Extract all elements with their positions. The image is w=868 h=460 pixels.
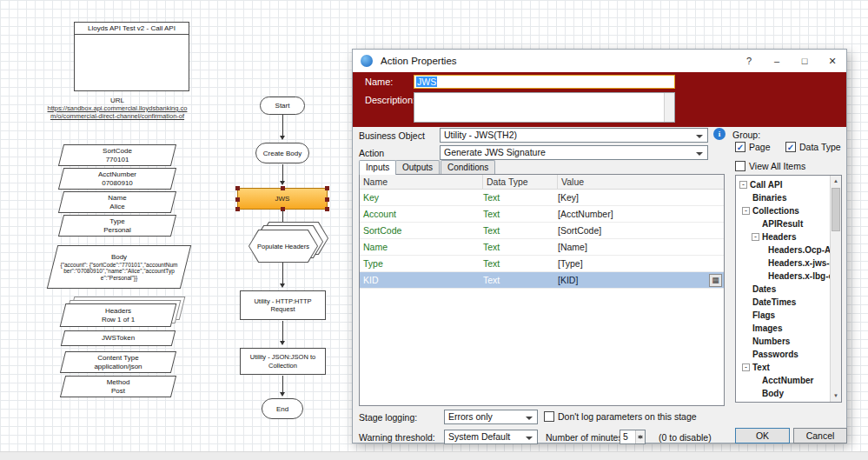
cancel-button[interactable]: Cancel (793, 428, 847, 443)
tree-item[interactable]: Body (736, 387, 841, 400)
data-item-title: Content Type (97, 354, 138, 363)
info-icon[interactable]: i (713, 128, 726, 140)
minutes-value: 5 (623, 431, 628, 442)
canvas-horizontal-scrollbar[interactable] (0, 451, 868, 460)
process-info-box[interactable]: Lloyds API Test v2 - Call API (74, 22, 189, 91)
action-dropdown[interactable]: Generate JWS Signature (440, 145, 708, 160)
data-item-url[interactable]: URL https://sandbox.api.commercial.lloyd… (35, 97, 200, 121)
dont-log-checkbox[interactable]: Don't log parameters on this stage (544, 411, 697, 422)
stage-json-to-collection[interactable]: Utility - JSON:JSON to Collection (240, 348, 326, 375)
column-header-name[interactable]: Name (360, 175, 483, 189)
connector-arrow[interactable] (282, 321, 283, 343)
scrollbar-thumb[interactable] (832, 188, 840, 231)
connector-arrow[interactable] (282, 376, 283, 395)
data-item-body[interactable]: Body{"account": {"sortCode":"770101","ac… (47, 245, 191, 289)
stage-end[interactable]: End (262, 398, 303, 419)
stage-populate-headers[interactable]: Populate Headers (248, 230, 318, 263)
scroll-down-icon[interactable]: ▼ (831, 390, 841, 402)
column-header-data-type[interactable]: Data Type (483, 175, 558, 189)
tree-item[interactable]: Flags (736, 309, 841, 322)
stage-create-body[interactable]: Create Body (255, 143, 309, 163)
connector-arrow[interactable] (282, 115, 283, 138)
tree-item[interactable]: Headers.x-lbg-o (736, 270, 841, 283)
tree-item[interactable]: Dates (736, 283, 841, 296)
table-row[interactable]: Name Text [Name] (360, 239, 724, 256)
collapse-icon[interactable]: - (742, 363, 750, 371)
tree-item[interactable]: Images (736, 322, 841, 335)
data-item-title: Body (111, 253, 127, 262)
stage-jws[interactable]: JWS (237, 188, 328, 210)
selection-handle[interactable] (235, 207, 240, 211)
view-all-items-checkbox[interactable]: View All Items (735, 161, 805, 171)
selection-handle[interactable] (325, 197, 329, 202)
collapse-icon[interactable]: - (739, 181, 747, 189)
data-item-value: Personal (103, 226, 131, 235)
selection-handle[interactable] (325, 186, 329, 190)
table-row[interactable]: Account Text [AcctNumber] (360, 206, 724, 223)
stage-label: Create Body (263, 150, 301, 157)
expression-editor-icon[interactable]: ▦ (709, 274, 722, 287)
selection-handle[interactable] (235, 186, 240, 190)
stage-http-request[interactable]: Utility - HTTP:HTTP Request (240, 290, 326, 320)
tree-item[interactable]: APIResult (736, 217, 841, 230)
dialog-titlebar[interactable]: Action Properties ? – □ ✕ (353, 50, 846, 72)
tree-item[interactable]: AcctNumber (736, 374, 841, 387)
connector-arrow[interactable] (282, 263, 283, 286)
stage-logging-dropdown[interactable]: Errors only (444, 410, 538, 424)
stage-start[interactable]: Start (260, 97, 305, 115)
selection-handle[interactable] (325, 207, 329, 211)
name-input[interactable]: JWS (414, 75, 675, 89)
selection-handle[interactable] (281, 186, 285, 190)
selection-handle[interactable] (235, 197, 240, 202)
data-type-checkbox[interactable]: ✓ Data Type (785, 142, 841, 152)
checkbox-label: Don't log parameters on this stage (558, 411, 697, 422)
tree-item[interactable]: -Text (736, 361, 841, 374)
help-button[interactable]: ? (735, 50, 763, 72)
connector-arrow[interactable] (282, 164, 283, 183)
data-item-jwstoken[interactable]: JWSToken (61, 330, 176, 346)
tree-item[interactable]: DateTimes (736, 296, 841, 309)
column-header-value[interactable]: Value (558, 175, 724, 189)
page-checkbox[interactable]: ✓ Page (735, 142, 771, 152)
tree-item[interactable]: Passwords (736, 348, 841, 361)
tab-inputs[interactable]: Inputs (359, 160, 396, 175)
process-canvas[interactable]: Lloyds API Test v2 - Call API URL https:… (0, 0, 868, 460)
data-item-type[interactable]: TypePersonal (58, 215, 176, 237)
ok-button[interactable]: OK (735, 428, 790, 443)
tab-conditions[interactable]: Conditions (441, 160, 495, 174)
maximize-button[interactable]: □ (791, 50, 818, 72)
tree-item[interactable]: -Call API (736, 178, 841, 191)
close-button[interactable]: ✕ (818, 50, 846, 72)
collapse-icon[interactable]: - (752, 233, 759, 241)
description-field[interactable] (414, 92, 675, 123)
data-item-sortcode[interactable]: SortCode770101 (58, 144, 176, 166)
table-row[interactable]: SortCode Text [SortCode] (360, 223, 724, 239)
collapse-icon[interactable]: - (742, 207, 750, 215)
tree-item[interactable]: Headers.Ocp-Ap (736, 243, 841, 257)
table-row[interactable]: Type Text [Type] (360, 256, 724, 272)
table-row[interactable]: Key Text [Key] (360, 190, 724, 206)
tree-item[interactable]: Numbers (736, 335, 841, 348)
table-row-selected[interactable]: KID Text [KID] ▦ (360, 272, 724, 289)
data-item-method[interactable]: MethodPost (60, 376, 176, 397)
description-scrollbar[interactable] (664, 93, 674, 122)
data-item-title: Method (107, 378, 130, 387)
tab-outputs[interactable]: Outputs (395, 160, 440, 174)
spinner-arrows-icon[interactable] (635, 430, 645, 443)
business-object-dropdown[interactable]: Utility - JWS(TH2) (440, 128, 708, 143)
data-item-headers[interactable]: HeadersRow 1 of 1 (63, 303, 174, 327)
minimize-button[interactable]: – (763, 50, 791, 72)
data-item-content-type[interactable]: Content Typeapplication/json (60, 351, 176, 373)
tree-scrollbar[interactable]: ▲ ▼ (830, 176, 841, 402)
minutes-spinner[interactable]: 5 (620, 430, 646, 444)
tree-item[interactable]: Binaries (736, 191, 841, 204)
data-item-title: JWSToken (102, 334, 135, 343)
data-item-value: application/json (94, 363, 142, 371)
warning-threshold-dropdown[interactable]: System Default (444, 430, 538, 444)
tree-item[interactable]: -Headers (736, 230, 841, 243)
data-item-name[interactable]: NameAlice (58, 191, 176, 213)
tree-item[interactable]: -Collections (736, 204, 841, 217)
scroll-up-icon[interactable]: ▲ (831, 176, 841, 187)
tree-item[interactable]: Headers.x-jws-s (736, 257, 841, 270)
data-item-acctnumber[interactable]: AcctNumber07080910 (58, 168, 176, 190)
